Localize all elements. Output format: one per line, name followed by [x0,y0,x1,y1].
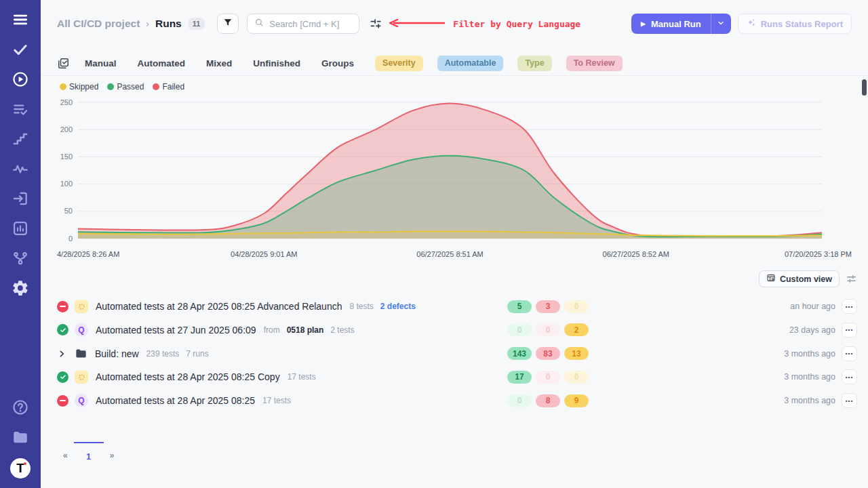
row-actions-menu-button[interactable]: ••• [842,299,857,314]
run-meta: 17 tests [288,372,323,382]
meta-text: 8 tests [349,302,373,311]
status-failed-icon [57,301,68,312]
breadcrumb-page-title: Runs [155,18,182,30]
run-title[interactable]: Automated tests at 28 Apr 2025 08:25 Adv… [96,301,342,312]
row-actions-menu-button[interactable]: ••• [842,393,857,408]
meta-text: 2 tests [330,325,354,335]
pagination: «1» [57,442,120,462]
filter-chip-automatable[interactable]: Automatable [437,56,504,71]
legend-dot [153,83,159,90]
legend-item-skipped[interactable]: Skipped [60,82,98,92]
pagination-prev-button[interactable]: « [57,442,74,460]
filter-chip-type[interactable]: Type [517,56,551,71]
chart-legend: SkippedPassedFailed [60,82,193,92]
sidebar-steps-icon[interactable] [12,130,29,148]
run-title[interactable]: Build: new [95,348,139,359]
status-failed-icon [57,395,68,407]
x-axis-label: 06/27/2025 8:51 AM [416,250,483,258]
sidebar-docs-icon[interactable] [12,428,29,446]
search-icon [254,18,264,30]
svg-text:150: 150 [60,152,73,161]
manual-run-button[interactable]: ▶ Manual Run [631,14,711,34]
result-badges: 002 [507,323,593,336]
legend-item-passed[interactable]: Passed [107,82,144,92]
row-actions-menu-button[interactable]: ••• [842,323,857,338]
x-axis-label: 06/27/2025 8:52 AM [603,250,669,258]
runs-status-report-button[interactable]: Runs Status Report [738,14,852,34]
search-box[interactable] [247,14,359,34]
meta-text: from [264,325,280,335]
sidebar-menu-icon[interactable] [12,11,29,28]
query-language-filter-icon[interactable] [369,17,382,30]
legend-label: Failed [162,82,184,92]
legend-label: Skipped [69,82,98,92]
select-all-icon[interactable] [57,57,70,70]
sidebar-tests-icon[interactable] [12,41,29,58]
breadcrumb-project[interactable]: All CI/CD project [57,18,140,30]
passed-count-badge: 17 [507,371,532,384]
tab-manual[interactable]: Manual [85,58,117,68]
svg-text:0: 0 [68,235,73,243]
defects-link[interactable]: 2 defects [380,302,416,311]
run-timestamp: 3 months ago [784,396,835,405]
run-title[interactable]: Automated tests at 28 Apr 2025 08:25 Cop… [96,371,280,382]
tab-automated[interactable]: Automated [138,58,186,68]
sidebar-pulse-icon[interactable] [12,160,29,178]
run-meta: from0518 plan2 tests [264,325,361,335]
run-row[interactable]: Automated tests at 28 Apr 2025 08:25 Cop… [57,365,857,388]
manual-run-split-button: ▶ Manual Run [631,14,731,34]
result-badges: 530 [507,300,593,313]
run-title[interactable]: Automated tests at 27 Jun 2025 06:09 [96,325,256,336]
breadcrumb-separator: › [146,18,149,29]
sidebar-integrations-icon[interactable] [12,249,29,267]
header: All CI/CD project › Runs 11 Filter by Qu… [57,12,852,35]
sidebar-help-icon[interactable] [12,399,29,416]
custom-view-button[interactable]: Custom view [759,270,840,287]
sidebar-runs-icon[interactable] [12,70,29,88]
passed-count-badge: 0 [507,323,532,336]
header-actions: ▶ Manual Run Runs Status Report [631,14,852,34]
runs-count-badge: 11 [188,18,205,30]
run-row[interactable]: QAutomated tests at 27 Jun 2025 06:09fro… [57,319,857,342]
sidebar-settings-icon[interactable] [12,279,29,297]
sidebar-import-icon[interactable] [12,190,29,207]
run-timestamp: 3 months ago [784,349,835,359]
sidebar-analytics-icon[interactable] [12,220,29,237]
expand-chevron-icon[interactable] [57,349,66,359]
app-logo[interactable]: T [10,458,31,479]
runs-chart[interactable]: 050100150200250 [57,98,852,242]
view-settings-icon[interactable] [846,273,857,285]
skipped-count-badge: 13 [564,347,589,360]
run-timestamp: an hour ago [790,302,835,311]
qase-app-icon: Q [75,323,88,337]
sidebar-test-plans-icon[interactable] [12,100,29,118]
row-actions-menu-button[interactable]: ••• [842,369,857,384]
failed-count-badge: 8 [536,394,560,407]
legend-item-failed[interactable]: Failed [153,82,184,92]
tab-mixed[interactable]: Mixed [206,58,232,68]
area-passed [78,156,822,239]
manual-run-dropdown-button[interactable] [711,14,731,34]
tab-unfinished[interactable]: Unfinished [253,58,300,68]
passed-count-badge: 143 [507,347,532,360]
run-title[interactable]: Automated tests at 28 Apr 2025 08:25 [96,395,255,406]
x-axis-label: 4/28/2025 8:26 AM [57,250,119,258]
row-actions-menu-button[interactable]: ••• [842,346,857,361]
run-row[interactable]: QAutomated tests at 28 Apr 2025 08:2517 … [57,389,857,412]
filter-chip-severity[interactable]: Severity [375,56,423,71]
legend-dot [60,83,66,90]
spark-app-icon [75,300,88,313]
scrollbar-thumb[interactable] [862,79,867,96]
table-settings-icon [766,273,780,285]
failed-count-badge: 0 [536,371,560,384]
tab-groups[interactable]: Groups [321,58,354,68]
search-input[interactable] [269,19,352,29]
pagination-page-1[interactable]: 1 [74,442,104,462]
run-row[interactable]: Automated tests at 28 Apr 2025 08:25 Adv… [57,295,857,318]
pagination-next-button[interactable]: » [104,442,121,460]
run-meta: 17 tests [262,396,298,405]
filter-button[interactable] [217,14,239,34]
run-timestamp: 3 months ago [784,372,835,382]
filter-chip-to-review[interactable]: To Review [566,56,623,71]
run-group-row[interactable]: Build: new239 tests7 runs14383133 months… [57,342,857,365]
